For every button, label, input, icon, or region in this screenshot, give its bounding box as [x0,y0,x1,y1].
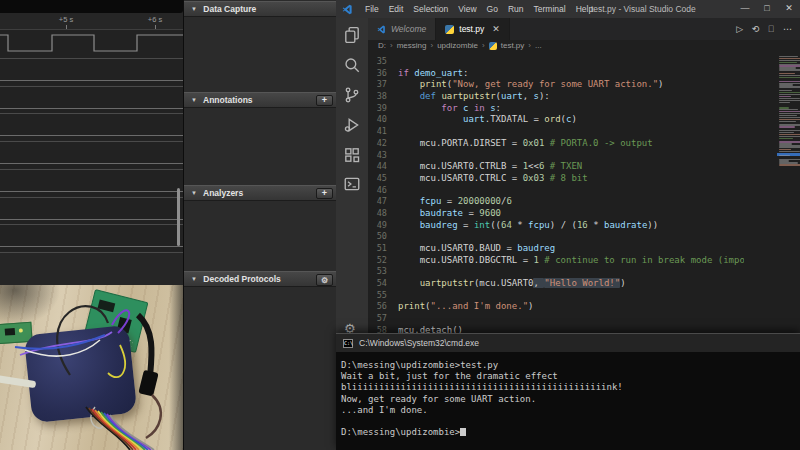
restart-icon[interactable]: ⟲ [752,24,760,34]
channel-trace[interactable] [0,58,183,85]
data-capture-header[interactable]: ▼ Data Capture [184,1,337,17]
vscode-titlebar[interactable]: FileEditSelectionViewGoRunTerminalHelp t… [336,0,800,18]
code-token: in [468,103,490,113]
code-line[interactable]: 50 [368,231,744,243]
code-line[interactable]: 58mcu.detach() [368,325,744,333]
channel-trace[interactable] [0,141,183,168]
line-number: 43 [368,150,398,162]
breadcrumb-item[interactable]: updizombie [437,40,478,52]
code-line[interactable]: 43 [368,150,744,162]
breadcrumb-item[interactable]: messing [397,40,427,52]
minimap-line [779,119,800,120]
code-line[interactable]: 44 mcu.USART0.CTRLB = 1<<6 # TXEN [368,161,744,173]
minimize-button[interactable]: — [734,0,756,18]
cmd-output[interactable]: D:\messing\updizombie>test.pyWait a bit,… [336,352,800,450]
breadcrumb-item[interactable]: test.py [501,40,525,52]
split-editor-icon[interactable]: ⎕ [769,24,774,35]
decoded-protocols-header[interactable]: ▼ Decoded Protocols ⚙ [184,271,337,287]
menu-go[interactable]: Go [487,4,498,14]
code-line[interactable]: 41 [368,126,744,138]
code-line[interactable]: 35 [368,56,744,68]
line-number: 45 [368,173,398,185]
logic-analyzer-waveform-area: +5 s+6 s [0,0,183,285]
timeline-ruler[interactable]: +5 s+6 s [0,13,183,30]
vscode-logo-icon [342,4,353,15]
analyzers-header[interactable]: ▼ Analyzers + [184,185,337,201]
timeline-tick [66,25,67,29]
minimap-line [779,155,790,156]
terminal-line: D:\messing\updizombie> [341,427,800,438]
code-token [398,161,420,171]
tab-label: test.py [459,24,484,34]
editor-actions: ▷⟲⎕⋯ [736,18,792,40]
channel-trace[interactable] [0,86,183,113]
code-line[interactable]: 42 mcu.PORTA.DIRSET = 0x01 # PORTA.0 -> … [368,138,744,150]
vscode-window: FileEditSelectionViewGoRunTerminalHelp t… [336,0,800,450]
tab-close-icon[interactable]: ✕ [492,24,500,34]
terminal-panel-icon[interactable] [343,175,361,193]
minimap[interactable] [777,52,800,333]
code-line[interactable]: 46 [368,185,744,197]
code-line[interactable]: 37 print("Now, get ready for some UART a… [368,79,744,91]
menu-run[interactable]: Run [508,4,524,14]
code-editor[interactable]: 3536if demo_uart:37 print("Now, get read… [368,52,800,333]
channel-0-trace[interactable] [0,30,183,58]
tab-testpy[interactable]: test.py ✕ [436,18,510,40]
line-source [398,185,744,197]
code-line[interactable]: 51 mcu.USART0.BAUD = baudreg [368,243,744,255]
breadcrumb[interactable]: D:›messing›updizombie›test.py›... [378,40,798,52]
code-line[interactable]: 54 uartputstr(mcu.USART0, "Hello World!"… [368,278,744,290]
code-line[interactable]: 53 [368,266,744,278]
line-source [398,150,744,162]
maximize-button[interactable]: □ [756,0,778,18]
channel-trace[interactable] [0,169,183,196]
close-button[interactable]: ✕ [778,0,800,18]
source-control-icon[interactable] [343,86,361,104]
code-line[interactable]: 47 fcpu = 20000000/6 [368,196,744,208]
code-line[interactable]: 48 baudrate = 9600 [368,208,744,220]
code-token [398,255,420,265]
code-line[interactable]: 36if demo_uart: [368,68,744,80]
code-line[interactable]: 45 mcu.USART0.CTRLC = 0x03 # 8 bit [368,173,744,185]
extensions-icon[interactable] [343,146,361,164]
run-button[interactable]: ▷ [736,24,743,34]
waveform-scrollbar[interactable] [177,188,180,246]
explorer-icon[interactable] [343,26,361,44]
tab-welcome[interactable]: Welcome [368,18,436,40]
code-token: 9600 [479,208,501,218]
more-actions-icon[interactable]: ⋯ [783,24,792,34]
code-line[interactable]: 38 def uartputstr(uart, s): [368,91,744,103]
code-line[interactable]: 40 uart.TXDATAL = ord(c) [368,114,744,126]
breadcrumb-item[interactable]: ... [535,40,542,52]
line-source: mcu.USART0.DBGCTRL = 1 # continue to run… [398,255,744,267]
add-annotation-button[interactable]: + [316,95,333,106]
menu-edit[interactable]: Edit [389,4,404,14]
run-debug-icon[interactable] [343,116,361,134]
code-line[interactable]: 39 for c in s: [368,103,744,115]
protocols-settings-button[interactable]: ⚙ [316,274,333,286]
code-token: if [398,68,414,78]
line-number: 48 [368,208,398,220]
menu-terminal[interactable]: Terminal [534,4,566,14]
menu-file[interactable]: File [365,4,379,14]
terminal-line: bliiiiiiiiiiiiiiiiiiiiiiiiiiiiiiiiiiiiii… [341,382,800,393]
annotations-header[interactable]: ▼ Annotations + [184,92,337,108]
code-line[interactable]: 49 baudreg = int((64 * fcpu) / (16 * bau… [368,220,744,232]
channel-trace[interactable] [0,224,183,251]
menu-view[interactable]: View [458,4,476,14]
menu-selection[interactable]: Selection [413,4,448,14]
channel-trace[interactable] [0,113,183,140]
code-line[interactable]: 52 mcu.USART0.DBGCTRL = 1 # continue to … [368,255,744,267]
line-source: print("Now, get ready for some UART acti… [398,79,744,91]
code-line[interactable]: 55 [368,290,744,302]
timeline-tick [155,25,156,29]
channel-trace[interactable] [0,197,183,224]
line-source: print("...and I'm done.") [398,301,744,313]
search-icon[interactable] [343,56,361,74]
code-token: uart [463,114,485,124]
cmd-titlebar[interactable]: C:\ C:\Windows\System32\cmd.exe [336,334,800,352]
code-line[interactable]: 57 [368,313,744,325]
add-analyzer-button[interactable]: + [316,188,333,199]
breadcrumb-item[interactable]: D: [378,40,386,52]
code-line[interactable]: 56print("...and I'm done.") [368,301,744,313]
